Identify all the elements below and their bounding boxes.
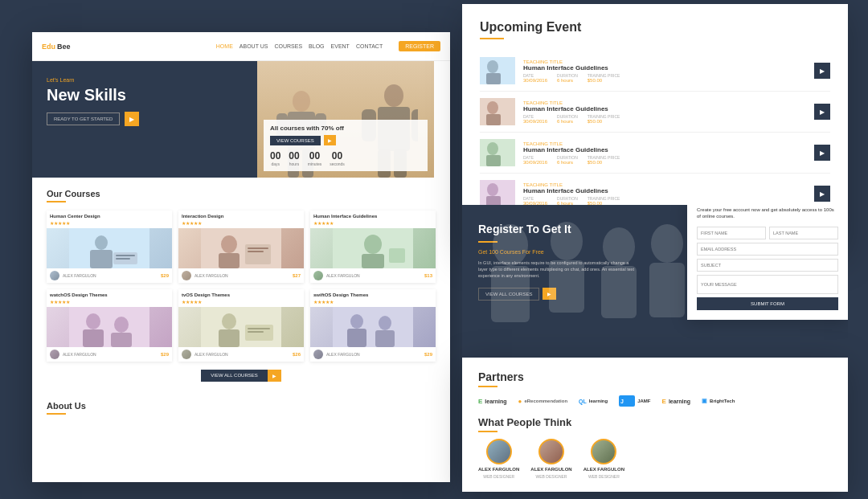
course-avatar-5 xyxy=(182,350,191,359)
event-action-btn-3[interactable]: ▶ xyxy=(814,145,830,161)
event-details-1: TEACHING TITLE Human Interface Guideline… xyxy=(523,59,806,83)
testimonial-name-1: ALEX FARGULON xyxy=(478,467,519,472)
event-details-4: TEACHING TITLE Human Interface Guideline… xyxy=(523,182,806,206)
course-title-2: Interaction Design xyxy=(178,211,304,220)
view-courses-text[interactable]: VIEW COURSES xyxy=(270,136,321,145)
course-footer-1: ALEX FARGULON $29 xyxy=(47,268,172,283)
hero-cta-icon[interactable]: ▶ xyxy=(125,112,139,126)
svg-rect-38 xyxy=(248,331,264,333)
nav-link-contact[interactable]: CONTACT xyxy=(356,43,383,49)
countdown-seconds: 00 seconds xyxy=(330,150,345,166)
course-card-2: Interaction Design ★★★★★ ALEX FARGULON xyxy=(178,211,304,283)
nav-link-about[interactable]: ABOUT US xyxy=(240,43,268,49)
submit-form-button[interactable]: SUBMIT FORM xyxy=(697,297,838,310)
hero-cta-button[interactable]: READY TO GET STARTED xyxy=(47,112,120,125)
svg-rect-37 xyxy=(248,328,270,329)
courses-underline xyxy=(47,201,66,202)
svg-point-56 xyxy=(493,224,528,266)
event-thumb-3 xyxy=(480,139,515,166)
svg-point-48 xyxy=(487,101,498,114)
what-people-underline xyxy=(478,431,497,432)
course-author-2: ALEX FARGULON xyxy=(194,273,289,278)
hero-content: Let's Learn New Skills READY TO GET STAR… xyxy=(47,77,139,126)
nav-link-event[interactable]: EVENT xyxy=(331,43,350,49)
event-duration-4: DURATION 6 hours xyxy=(557,196,578,206)
first-name-input[interactable] xyxy=(697,227,766,239)
course-price-3: $13 xyxy=(424,273,432,278)
svg-point-45 xyxy=(487,60,498,73)
hero-offer-overlay: All courses with 70% off VIEW COURSES ▶ … xyxy=(264,120,428,171)
course-stars-6: ★★★★★ xyxy=(310,299,436,307)
svg-rect-17 xyxy=(116,258,130,260)
email-input[interactable] xyxy=(697,243,838,256)
register-button[interactable]: REGISTER xyxy=(399,41,440,51)
testimonial-avatar-2 xyxy=(538,439,564,464)
svg-rect-28 xyxy=(69,307,149,347)
course-price-1: $29 xyxy=(161,273,169,278)
course-title-1: Human Center Design xyxy=(47,211,172,220)
nav-bar: Edu Bee HOME ABOUT US COURSES BLOG EVENT… xyxy=(32,32,450,61)
subject-input[interactable] xyxy=(697,259,838,272)
event-info-4: DATE 30/09/2016 DURATION 6 hours TRAININ… xyxy=(523,196,806,206)
event-name-4: Human Interface Guidelines xyxy=(523,187,806,194)
svg-rect-39 xyxy=(333,307,413,347)
hero-cta-group: READY TO GET STARTED ▶ xyxy=(47,112,139,126)
partner-logo-6: ▣ BrightTech xyxy=(702,398,735,404)
course-title-3: Human Interface Guidelines xyxy=(310,211,436,220)
last-name-input[interactable] xyxy=(769,227,838,239)
event-price-2: TRAINING PRICE $50.00 xyxy=(588,114,620,124)
form-subject-row xyxy=(697,259,838,272)
event-details-3: TEACHING TITLE Human Interface Guideline… xyxy=(523,141,806,165)
courses-grid: Human Center Design ★★★★★ ALEX FARGULON xyxy=(47,211,436,362)
svg-point-19 xyxy=(221,235,237,253)
course-stars-3: ★★★★★ xyxy=(310,220,436,228)
svg-rect-30 xyxy=(83,329,104,347)
svg-rect-27 xyxy=(389,248,405,263)
course-footer-2: ALEX FARGULON $27 xyxy=(178,268,304,283)
course-footer-4: ALEX FARGULON $29 xyxy=(47,347,172,362)
register-form-title: Create your free account now and get abs… xyxy=(697,207,838,220)
view-courses-arrow[interactable]: ▶ xyxy=(324,135,336,145)
event-row-2: TEACHING TITLE Human Interface Guideline… xyxy=(480,92,830,133)
event-date-4: DATE 30/09/2016 xyxy=(523,196,547,206)
view-courses-btn-group: VIEW COURSES ▶ xyxy=(270,135,336,145)
form-message-row xyxy=(697,275,838,294)
svg-rect-35 xyxy=(219,329,240,347)
nav-link-courses[interactable]: COURSES xyxy=(274,43,302,49)
svg-point-51 xyxy=(487,142,498,155)
testimonial-role-1: WEB DESIGNER xyxy=(483,474,514,479)
upcoming-event-title: Upcoming Event xyxy=(480,20,830,35)
testimonials-row: ALEX FARGULON WEB DESIGNER ALEX FARGULON… xyxy=(478,439,832,479)
course-footer-6: ALEX FARGULON $29 xyxy=(310,347,436,362)
register-section: Register To Get It Get 100 Courses For F… xyxy=(462,205,848,358)
partner-logo-3: QL learning xyxy=(579,399,608,404)
svg-point-62 xyxy=(651,224,683,263)
event-action-btn-1[interactable]: ▶ xyxy=(814,63,830,79)
view-all-courses-text[interactable]: VIEW ALL COURSES xyxy=(201,370,267,382)
event-row-1: TEACHING TITLE Human Interface Guideline… xyxy=(480,51,830,92)
countdown-hours: 00 hours xyxy=(289,150,299,166)
event-action-btn-2[interactable]: ▶ xyxy=(814,104,830,120)
message-input[interactable] xyxy=(697,275,838,294)
partner-jamf-icon: J xyxy=(619,395,635,407)
svg-rect-52 xyxy=(486,155,501,166)
view-all-courses-arrow[interactable]: ▶ xyxy=(268,370,281,382)
courses-section: Our Courses Human Center Design ★★★★★ xyxy=(32,178,450,393)
svg-point-34 xyxy=(222,313,236,329)
event-action-btn-4[interactable]: ▶ xyxy=(814,186,830,202)
event-details-2: TEACHING TITLE Human Interface Guideline… xyxy=(523,100,806,124)
testimonial-1: ALEX FARGULON WEB DESIGNER xyxy=(478,439,519,479)
svg-point-54 xyxy=(487,183,498,196)
nav-link-home[interactable]: HOME xyxy=(216,43,233,49)
event-thumb-svg-2 xyxy=(480,98,515,125)
event-duration-2: DURATION 6 hours xyxy=(557,114,578,124)
course-stars-1: ★★★★★ xyxy=(47,220,172,228)
event-thumb-svg-1 xyxy=(480,57,515,84)
event-duration-3: DURATION 6 hours xyxy=(557,155,578,165)
svg-point-25 xyxy=(364,235,382,254)
svg-rect-46 xyxy=(486,73,501,84)
nav-link-blog[interactable]: BLOG xyxy=(309,43,324,49)
course-author-3: ALEX FARGULON xyxy=(326,273,421,278)
course-author-6: ALEX FARGULON xyxy=(326,352,421,357)
event-info-1: DATE 30/09/2016 DURATION 6 hours TRAININ… xyxy=(523,73,806,83)
